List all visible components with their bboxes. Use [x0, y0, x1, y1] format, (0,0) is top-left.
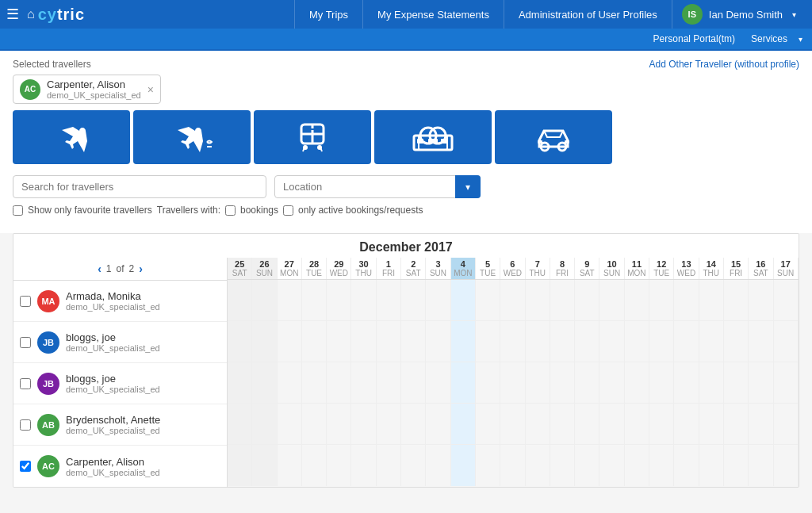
- bookings-checkbox[interactable]: [225, 205, 236, 216]
- calendar-cell[interactable]: [550, 280, 575, 320]
- calendar-cell[interactable]: [699, 321, 724, 362]
- calendar-cell[interactable]: [724, 445, 749, 486]
- calendar-cell[interactable]: [649, 404, 674, 444]
- calendar-cell[interactable]: [327, 280, 351, 320]
- calendar-cell[interactable]: [401, 445, 426, 486]
- calendar-cell[interactable]: [252, 362, 277, 403]
- calendar-cell[interactable]: [426, 280, 450, 320]
- calendar-cell[interactable]: [575, 280, 599, 320]
- flight-button[interactable]: [13, 110, 130, 164]
- search-traveller-input[interactable]: [13, 175, 266, 198]
- page-next-arrow[interactable]: ›: [139, 262, 143, 275]
- location-input[interactable]: [274, 175, 481, 198]
- calendar-cell[interactable]: [401, 321, 426, 362]
- calendar-cell[interactable]: [228, 362, 252, 403]
- calendar-cell[interactable]: [526, 280, 550, 320]
- calendar-cell[interactable]: [599, 445, 624, 486]
- calendar-cell[interactable]: [500, 445, 525, 486]
- calendar-cell[interactable]: [724, 321, 749, 362]
- page-prev-arrow[interactable]: ‹: [98, 262, 102, 275]
- tab-admin[interactable]: Administration of User Profiles: [504, 0, 672, 29]
- calendar-cell[interactable]: [451, 404, 476, 444]
- calendar-cell[interactable]: [649, 321, 674, 362]
- calendar-cell[interactable]: [625, 280, 649, 320]
- calendar-cell[interactable]: [228, 280, 252, 320]
- calendar-cell[interactable]: [252, 321, 277, 362]
- calendar-cell[interactable]: [302, 280, 327, 320]
- calendar-cell[interactable]: [327, 321, 351, 362]
- personal-portal-link[interactable]: Personal Portal(tm): [649, 33, 740, 44]
- calendar-cell[interactable]: [724, 404, 749, 444]
- calendar-cell[interactable]: [278, 280, 302, 320]
- calendar-cell[interactable]: [674, 404, 699, 444]
- calendar-cell[interactable]: [351, 280, 376, 320]
- calendar-cell[interactable]: [351, 362, 376, 403]
- calendar-cell[interactable]: [401, 404, 426, 444]
- calendar-cell[interactable]: [278, 404, 302, 444]
- flight-special-button[interactable]: [133, 110, 251, 164]
- calendar-cell[interactable]: [699, 362, 724, 403]
- traveller-row-checkbox[interactable]: [20, 419, 31, 431]
- calendar-cell[interactable]: [526, 404, 550, 444]
- calendar-cell[interactable]: [599, 362, 624, 403]
- calendar-cell[interactable]: [724, 362, 749, 403]
- calendar-cell[interactable]: [476, 445, 500, 486]
- calendar-cell[interactable]: [426, 445, 450, 486]
- calendar-cell[interactable]: [674, 445, 699, 486]
- calendar-cell[interactable]: [302, 362, 327, 403]
- calendar-cell[interactable]: [674, 321, 699, 362]
- calendar-cell[interactable]: [649, 280, 674, 320]
- calendar-cell[interactable]: [774, 280, 799, 320]
- calendar-cell[interactable]: [377, 445, 401, 486]
- calendar-cell[interactable]: [327, 362, 351, 403]
- calendar-cell[interactable]: [302, 321, 327, 362]
- traveller-row-checkbox[interactable]: [20, 461, 31, 472]
- calendar-cell[interactable]: [550, 404, 575, 444]
- hamburger-menu[interactable]: ☰: [6, 6, 19, 23]
- calendar-cell[interactable]: [451, 445, 476, 486]
- calendar-cell[interactable]: [625, 445, 649, 486]
- calendar-cell[interactable]: [749, 404, 773, 444]
- calendar-cell[interactable]: [451, 280, 476, 320]
- traveller-row-checkbox[interactable]: [20, 296, 31, 307]
- traveller-row-checkbox[interactable]: [20, 337, 31, 348]
- calendar-cell[interactable]: [526, 362, 550, 403]
- calendar-cell[interactable]: [674, 280, 699, 320]
- calendar-cell[interactable]: [774, 404, 799, 444]
- calendar-cell[interactable]: [774, 362, 799, 403]
- calendar-cell[interactable]: [476, 321, 500, 362]
- calendar-cell[interactable]: [625, 362, 649, 403]
- calendar-cell[interactable]: [674, 362, 699, 403]
- services-link[interactable]: Services: [746, 33, 792, 44]
- calendar-cell[interactable]: [550, 321, 575, 362]
- calendar-cell[interactable]: [599, 321, 624, 362]
- train-button[interactable]: [254, 110, 371, 164]
- calendar-cell[interactable]: [426, 362, 450, 403]
- services-caret[interactable]: ▾: [799, 35, 802, 44]
- traveller-chip-close[interactable]: ×: [147, 83, 154, 96]
- calendar-cell[interactable]: [426, 404, 450, 444]
- calendar-cell[interactable]: [252, 404, 277, 444]
- calendar-cell[interactable]: [302, 445, 327, 486]
- calendar-cell[interactable]: [500, 404, 525, 444]
- calendar-cell[interactable]: [228, 445, 252, 486]
- calendar-cell[interactable]: [476, 280, 500, 320]
- calendar-cell[interactable]: [228, 321, 252, 362]
- calendar-cell[interactable]: [749, 280, 773, 320]
- calendar-cell[interactable]: [575, 362, 599, 403]
- calendar-cell[interactable]: [351, 445, 376, 486]
- calendar-cell[interactable]: [327, 404, 351, 444]
- calendar-cell[interactable]: [774, 321, 799, 362]
- calendar-cell[interactable]: [500, 280, 525, 320]
- calendar-cell[interactable]: [377, 321, 401, 362]
- calendar-cell[interactable]: [526, 321, 550, 362]
- calendar-cell[interactable]: [351, 321, 376, 362]
- calendar-cell[interactable]: [625, 404, 649, 444]
- calendar-cell[interactable]: [451, 362, 476, 403]
- calendar-cell[interactable]: [649, 362, 674, 403]
- calendar-cell[interactable]: [278, 321, 302, 362]
- calendar-cell[interactable]: [252, 445, 277, 486]
- calendar-cell[interactable]: [228, 404, 252, 444]
- calendar-cell[interactable]: [599, 280, 624, 320]
- calendar-cell[interactable]: [500, 362, 525, 403]
